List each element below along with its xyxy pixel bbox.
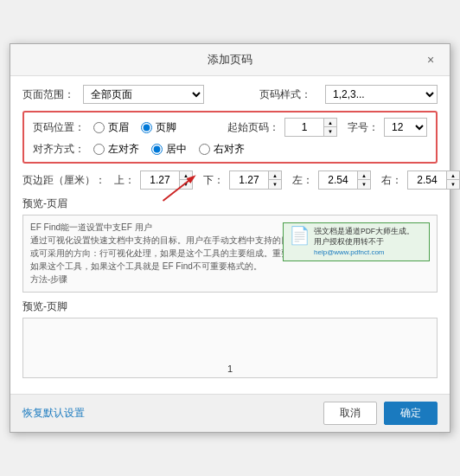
watermark-overlay: 📄 强文档是通道PDF大师生成。 用户授权使用转不于 help@www.pdfn… <box>283 222 430 261</box>
preview-line2: 通过可视化设置快速文档中支持的目标。用户在手动文档中支持的目标格式。 <box>30 235 324 245</box>
align-right-option[interactable]: 右对齐 <box>199 142 245 157</box>
align-left-radio[interactable] <box>93 144 105 155</box>
margin-top-input-group: ▲ ▼ <box>140 170 193 190</box>
margin-bottom-down-btn[interactable]: ▼ <box>269 180 281 189</box>
margin-left-label: 左： <box>292 173 313 188</box>
ok-button[interactable]: 确定 <box>384 402 438 425</box>
margin-top-spinners: ▲ ▼ <box>179 171 192 189</box>
font-size-select[interactable]: 12 10 14 16 <box>384 118 427 137</box>
margin-bottom-label: 下： <box>203 173 224 188</box>
preview-line4: 方法-步骤 <box>30 274 67 284</box>
start-page-input-group: ▲ ▼ <box>284 118 337 137</box>
page-number-display: 1 <box>227 363 233 374</box>
margin-right-up-btn[interactable]: ▲ <box>447 171 459 180</box>
align-center-radio[interactable] <box>151 144 163 155</box>
margin-bottom-input-group: ▲ ▼ <box>229 170 282 190</box>
margin-bottom-spinners: ▲ ▼ <box>268 171 281 189</box>
position-footer-label: 页脚 <box>156 120 176 135</box>
watermark-icon: 📄 <box>289 227 310 244</box>
watermark-link: help@www.pdfnct.com <box>314 248 414 257</box>
page-range-select[interactable]: 全部页面 当前页面 奇数页 偶数页 <box>83 85 204 104</box>
start-page-down-btn[interactable]: ▼ <box>324 127 336 136</box>
position-header-option[interactable]: 页眉 <box>93 120 129 135</box>
reset-button[interactable]: 恢复默认设置 <box>22 406 85 421</box>
start-page-spinners: ▲ ▼ <box>323 119 336 136</box>
start-page-input[interactable] <box>285 119 323 136</box>
preview-footer-box: 1 <box>22 318 438 378</box>
align-right-label: 右对齐 <box>214 142 245 157</box>
title-bar: 添加页码 × <box>10 44 450 76</box>
position-header-radio[interactable] <box>93 122 105 133</box>
watermark-title: 强文档是通道PDF大师生成。 <box>314 227 414 237</box>
margin-left-down-btn[interactable]: ▼ <box>358 180 370 189</box>
alignment-row: 对齐方式： 左对齐 居中 右对齐 <box>33 142 427 157</box>
dialog-body: 页面范围： 全部页面 当前页面 奇数页 偶数页 页码样式： 1,2,3... i… <box>10 76 450 394</box>
add-page-number-dialog: 添加页码 × 页面范围： 全部页面 当前页面 奇数页 偶数页 页码样式： 1,2… <box>10 43 450 433</box>
page-range-label: 页面范围： <box>22 87 83 102</box>
page-style-group: 页码样式： 1,2,3... i,ii,iii... a,b,c... <box>259 85 438 104</box>
margins-row: 页边距（厘米）： 上： ▲ ▼ 下： ▲ ▼ 左： <box>22 170 438 190</box>
margin-top-up-btn[interactable]: ▲ <box>180 171 192 180</box>
margin-top-down-btn[interactable]: ▼ <box>180 180 192 189</box>
start-page-label: 起始页码： <box>227 120 279 135</box>
close-button[interactable]: × <box>422 51 439 68</box>
margin-left-up-btn[interactable]: ▲ <box>358 171 370 180</box>
position-footer-radio[interactable] <box>141 122 152 133</box>
margin-right-input-group: ▲ ▼ <box>407 170 460 190</box>
preview-line1: EF Find能一道设置中支EF 用户 <box>30 222 152 232</box>
position-label: 页码位置： <box>33 120 93 135</box>
page-style-label: 页码样式： <box>259 87 320 102</box>
preview-header-section: 预览-页眉 EF Find能一道设置中支EF 用户 通过可视化设置快速文档中支持… <box>22 196 438 293</box>
start-page-group: 起始页码： ▲ ▼ 字号： 12 10 14 16 <box>227 118 427 137</box>
preview-header-label: 预览-页眉 <box>22 196 438 211</box>
margin-right-input[interactable] <box>408 171 446 189</box>
margin-top-label: 上： <box>114 173 135 188</box>
align-left-option[interactable]: 左对齐 <box>93 142 139 157</box>
watermark-text: 强文档是通道PDF大师生成。 用户授权使用转不于 help@www.pdfnct… <box>314 227 414 257</box>
start-page-up-btn[interactable]: ▲ <box>324 119 336 127</box>
position-alignment-box: 页码位置： 页眉 页脚 起始页码： <box>22 111 438 164</box>
dialog-title: 添加页码 <box>38 52 422 68</box>
align-left-label: 左对齐 <box>108 142 139 157</box>
margin-left-input-group: ▲ ▼ <box>318 170 371 190</box>
margin-top-input[interactable] <box>141 171 179 189</box>
position-header-label: 页眉 <box>108 120 129 135</box>
watermark-sub: 用户授权使用转不于 <box>314 237 414 248</box>
align-center-option[interactable]: 居中 <box>151 142 187 157</box>
margin-bottom-input[interactable] <box>230 171 268 189</box>
footer-bar: 恢复默认设置 取消 确定 <box>10 394 450 432</box>
margin-left-input[interactable] <box>319 171 357 189</box>
preview-footer-label: 预览-页脚 <box>22 299 438 314</box>
alignment-radio-group: 左对齐 居中 右对齐 <box>93 142 245 157</box>
alignment-label: 对齐方式： <box>33 142 93 157</box>
margin-left-spinners: ▲ ▼ <box>357 171 370 189</box>
font-size-label: 字号： <box>348 120 379 135</box>
margins-label: 页边距（厘米）： <box>22 173 105 188</box>
watermark-content: 📄 强文档是通道PDF大师生成。 用户授权使用转不于 help@www.pdfn… <box>289 227 424 257</box>
position-row: 页码位置： 页眉 页脚 起始页码： <box>33 118 427 137</box>
margin-right-down-btn[interactable]: ▼ <box>447 180 459 189</box>
footer-buttons: 取消 确定 <box>323 402 438 425</box>
preview-footer-section: 预览-页脚 1 <box>22 299 438 378</box>
align-right-radio[interactable] <box>199 144 210 155</box>
position-radio-group: 页眉 页脚 <box>93 120 176 135</box>
position-footer-option[interactable]: 页脚 <box>141 120 176 135</box>
page-range-row: 页面范围： 全部页面 当前页面 奇数页 偶数页 页码样式： 1,2,3... i… <box>22 85 438 104</box>
margin-right-label: 右： <box>381 173 402 188</box>
margin-bottom-up-btn[interactable]: ▲ <box>269 171 281 180</box>
align-center-label: 居中 <box>166 142 187 157</box>
cancel-button[interactable]: 取消 <box>323 402 377 425</box>
preview-header-box: EF Find能一道设置中支EF 用户 通过可视化设置快速文档中支持的目标。用户… <box>22 215 438 293</box>
page-style-select[interactable]: 1,2,3... i,ii,iii... a,b,c... <box>325 85 438 104</box>
margin-right-spinners: ▲ ▼ <box>446 171 459 189</box>
